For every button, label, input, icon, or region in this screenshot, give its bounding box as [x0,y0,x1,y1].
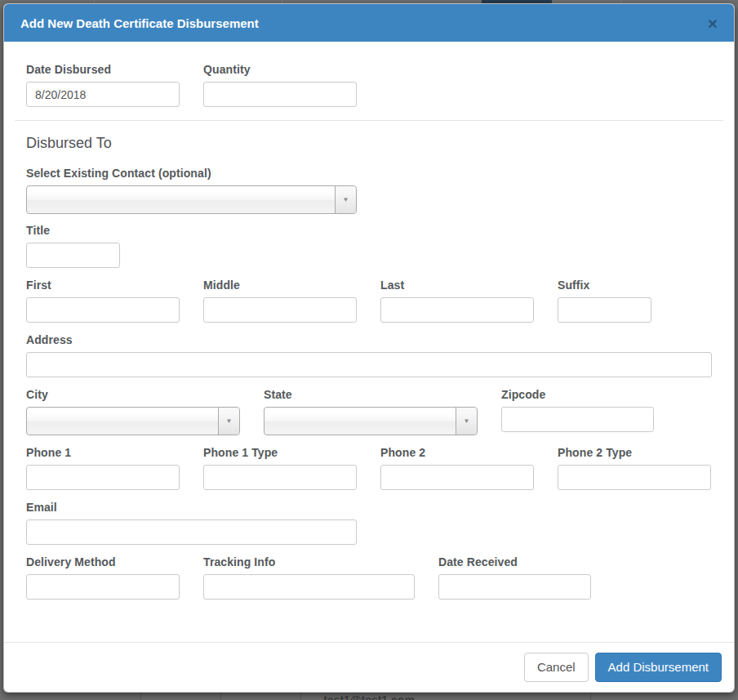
tracking-info-group: Tracking Info [203,555,415,600]
first-name-label: First [26,279,180,292]
address-group: Address [26,333,712,377]
date-disbursed-group: Date Disbursed [26,63,180,107]
phone1-type-label: Phone 1 Type [203,446,357,459]
modal-title: Add New Death Certificate Disbursement [20,16,708,30]
phone2-type-input[interactable] [558,465,711,490]
city-value [27,408,218,435]
title-label: Title [26,224,120,237]
phone2-label: Phone 2 [380,446,534,459]
add-disbursement-button[interactable]: Add Disbursement [595,653,722,682]
background-email-text: test1@test1.com [0,693,738,700]
chevron-down-icon: ▼ [218,408,239,435]
date-disbursed-input[interactable] [26,82,180,107]
email-group: Email [26,501,357,545]
phone2-group: Phone 2 [380,446,534,490]
last-name-group: Last [380,279,534,323]
phone1-type-group: Phone 1 Type [203,446,357,490]
phone1-label: Phone 1 [26,446,180,459]
state-dropdown[interactable]: ▼ [264,407,478,435]
address-input[interactable] [26,352,712,377]
email-input[interactable] [26,519,357,545]
tracking-info-label: Tracking Info [203,555,415,568]
zipcode-input[interactable] [501,407,654,432]
delivery-method-label: Delivery Method [26,555,180,568]
phone1-type-input[interactable] [203,465,357,490]
phone1-input[interactable] [26,465,180,490]
select-contact-value [27,186,335,213]
select-contact-group: Select Existing Contact (optional) ▼ [26,167,357,214]
zipcode-label: Zipcode [501,388,654,401]
phone1-group: Phone 1 [26,446,180,490]
chevron-down-icon: ▼ [335,186,356,213]
phone2-input[interactable] [380,465,534,490]
quantity-group: Quantity [203,63,357,107]
section-heading: Disbursed To [26,135,712,152]
date-received-input[interactable] [438,574,591,600]
phone2-type-label: Phone 2 Type [558,446,711,459]
select-contact-dropdown[interactable]: ▼ [26,185,357,214]
chevron-down-icon: ▼ [456,408,477,435]
title-input[interactable] [26,243,120,268]
middle-name-label: Middle [203,279,357,292]
title-group: Title [26,224,120,268]
tracking-info-input[interactable] [203,574,415,600]
email-label: Email [26,501,357,514]
modal-header: Add New Death Certificate Disbursement × [4,4,734,42]
first-name-group: First [26,279,180,323]
phone2-type-group: Phone 2 Type [558,446,711,490]
close-icon[interactable]: × [708,15,718,32]
quantity-input[interactable] [203,82,357,107]
middle-name-input[interactable] [203,297,357,323]
middle-name-group: Middle [203,279,357,323]
date-received-label: Date Received [438,555,591,568]
zipcode-group: Zipcode [501,388,654,435]
city-label: City [26,388,240,401]
suffix-input[interactable] [558,297,651,323]
select-contact-label: Select Existing Contact (optional) [26,167,357,180]
suffix-group: Suffix [558,279,651,323]
city-dropdown[interactable]: ▼ [26,407,240,435]
last-name-input[interactable] [380,297,534,323]
add-disbursement-modal: Add New Death Certificate Disbursement ×… [3,3,735,693]
delivery-method-group: Delivery Method [26,555,180,600]
section-divider [15,120,723,121]
delivery-method-input[interactable] [26,574,180,600]
last-name-label: Last [380,279,534,292]
modal-footer: Cancel Add Disbursement [4,642,734,692]
modal-body: Date Disbursed Quantity Disbursed To Sel… [4,42,734,642]
quantity-label: Quantity [203,63,357,76]
first-name-input[interactable] [26,297,180,323]
date-received-group: Date Received [438,555,591,600]
state-value [265,408,456,435]
date-disbursed-label: Date Disbursed [26,63,180,76]
address-label: Address [26,333,712,346]
suffix-label: Suffix [558,279,651,292]
cancel-button[interactable]: Cancel [524,653,589,682]
city-group: City ▼ [26,388,240,435]
state-label: State [264,388,478,401]
state-group: State ▼ [264,388,478,435]
